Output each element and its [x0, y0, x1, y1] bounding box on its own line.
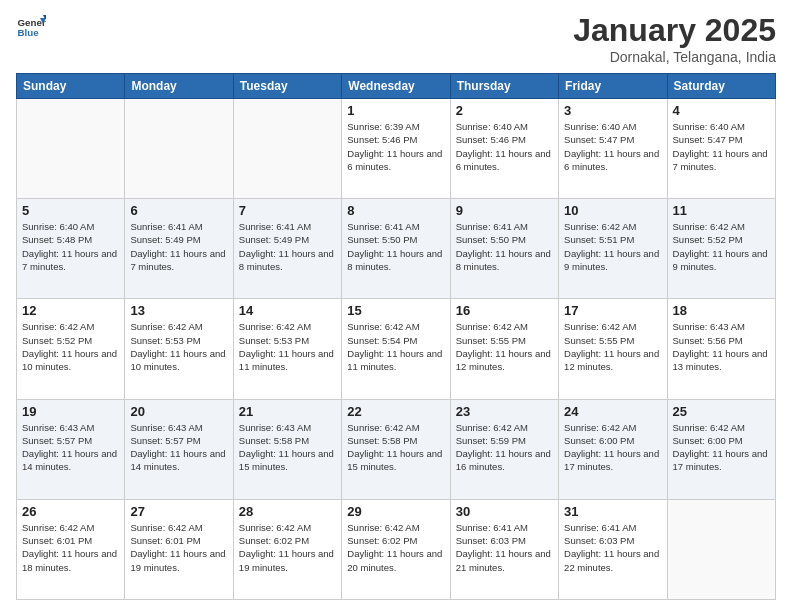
day-cell: 19Sunrise: 6:43 AM Sunset: 5:57 PM Dayli…	[17, 399, 125, 499]
calendar-header-row: Sunday Monday Tuesday Wednesday Thursday…	[17, 74, 776, 99]
day-info: Sunrise: 6:41 AM Sunset: 5:50 PM Dayligh…	[456, 220, 553, 273]
day-cell: 29Sunrise: 6:42 AM Sunset: 6:02 PM Dayli…	[342, 499, 450, 599]
day-cell	[667, 499, 775, 599]
day-info: Sunrise: 6:42 AM Sunset: 6:01 PM Dayligh…	[22, 521, 119, 574]
day-number: 2	[456, 103, 553, 118]
logo-icon: General Blue	[16, 12, 46, 42]
day-info: Sunrise: 6:43 AM Sunset: 5:57 PM Dayligh…	[22, 421, 119, 474]
day-cell: 9Sunrise: 6:41 AM Sunset: 5:50 PM Daylig…	[450, 199, 558, 299]
day-cell: 15Sunrise: 6:42 AM Sunset: 5:54 PM Dayli…	[342, 299, 450, 399]
day-cell: 16Sunrise: 6:42 AM Sunset: 5:55 PM Dayli…	[450, 299, 558, 399]
header: General Blue January 2025 Dornakal, Tela…	[16, 12, 776, 65]
day-cell: 26Sunrise: 6:42 AM Sunset: 6:01 PM Dayli…	[17, 499, 125, 599]
day-number: 16	[456, 303, 553, 318]
day-info: Sunrise: 6:42 AM Sunset: 5:55 PM Dayligh…	[564, 320, 661, 373]
day-info: Sunrise: 6:40 AM Sunset: 5:46 PM Dayligh…	[456, 120, 553, 173]
day-number: 30	[456, 504, 553, 519]
day-info: Sunrise: 6:42 AM Sunset: 5:53 PM Dayligh…	[130, 320, 227, 373]
day-number: 29	[347, 504, 444, 519]
day-number: 7	[239, 203, 336, 218]
week-row-0: 1Sunrise: 6:39 AM Sunset: 5:46 PM Daylig…	[17, 99, 776, 199]
week-row-4: 26Sunrise: 6:42 AM Sunset: 6:01 PM Dayli…	[17, 499, 776, 599]
day-cell	[17, 99, 125, 199]
day-number: 23	[456, 404, 553, 419]
day-number: 12	[22, 303, 119, 318]
header-wednesday: Wednesday	[342, 74, 450, 99]
day-info: Sunrise: 6:41 AM Sunset: 6:03 PM Dayligh…	[456, 521, 553, 574]
day-cell: 24Sunrise: 6:42 AM Sunset: 6:00 PM Dayli…	[559, 399, 667, 499]
day-cell	[233, 99, 341, 199]
day-info: Sunrise: 6:42 AM Sunset: 5:55 PM Dayligh…	[456, 320, 553, 373]
day-number: 4	[673, 103, 770, 118]
day-number: 11	[673, 203, 770, 218]
month-title: January 2025	[573, 12, 776, 49]
day-info: Sunrise: 6:42 AM Sunset: 5:58 PM Dayligh…	[347, 421, 444, 474]
day-info: Sunrise: 6:42 AM Sunset: 6:00 PM Dayligh…	[673, 421, 770, 474]
day-info: Sunrise: 6:42 AM Sunset: 5:59 PM Dayligh…	[456, 421, 553, 474]
day-number: 26	[22, 504, 119, 519]
day-number: 1	[347, 103, 444, 118]
day-cell	[125, 99, 233, 199]
day-cell: 3Sunrise: 6:40 AM Sunset: 5:47 PM Daylig…	[559, 99, 667, 199]
day-info: Sunrise: 6:40 AM Sunset: 5:47 PM Dayligh…	[564, 120, 661, 173]
day-number: 25	[673, 404, 770, 419]
day-number: 28	[239, 504, 336, 519]
day-number: 10	[564, 203, 661, 218]
day-number: 24	[564, 404, 661, 419]
day-info: Sunrise: 6:42 AM Sunset: 5:52 PM Dayligh…	[673, 220, 770, 273]
day-info: Sunrise: 6:39 AM Sunset: 5:46 PM Dayligh…	[347, 120, 444, 173]
day-number: 9	[456, 203, 553, 218]
day-cell: 22Sunrise: 6:42 AM Sunset: 5:58 PM Dayli…	[342, 399, 450, 499]
day-cell: 30Sunrise: 6:41 AM Sunset: 6:03 PM Dayli…	[450, 499, 558, 599]
day-cell: 27Sunrise: 6:42 AM Sunset: 6:01 PM Dayli…	[125, 499, 233, 599]
day-info: Sunrise: 6:42 AM Sunset: 6:02 PM Dayligh…	[239, 521, 336, 574]
day-info: Sunrise: 6:41 AM Sunset: 6:03 PM Dayligh…	[564, 521, 661, 574]
header-friday: Friday	[559, 74, 667, 99]
header-monday: Monday	[125, 74, 233, 99]
day-cell: 11Sunrise: 6:42 AM Sunset: 5:52 PM Dayli…	[667, 199, 775, 299]
week-row-1: 5Sunrise: 6:40 AM Sunset: 5:48 PM Daylig…	[17, 199, 776, 299]
day-number: 8	[347, 203, 444, 218]
day-number: 20	[130, 404, 227, 419]
logo: General Blue	[16, 12, 46, 42]
header-tuesday: Tuesday	[233, 74, 341, 99]
day-number: 17	[564, 303, 661, 318]
day-number: 3	[564, 103, 661, 118]
day-number: 31	[564, 504, 661, 519]
location-title: Dornakal, Telangana, India	[573, 49, 776, 65]
header-saturday: Saturday	[667, 74, 775, 99]
day-cell: 1Sunrise: 6:39 AM Sunset: 5:46 PM Daylig…	[342, 99, 450, 199]
day-cell: 28Sunrise: 6:42 AM Sunset: 6:02 PM Dayli…	[233, 499, 341, 599]
calendar-table: Sunday Monday Tuesday Wednesday Thursday…	[16, 73, 776, 600]
day-number: 13	[130, 303, 227, 318]
day-number: 6	[130, 203, 227, 218]
day-number: 21	[239, 404, 336, 419]
day-cell: 31Sunrise: 6:41 AM Sunset: 6:03 PM Dayli…	[559, 499, 667, 599]
header-sunday: Sunday	[17, 74, 125, 99]
day-info: Sunrise: 6:42 AM Sunset: 6:01 PM Dayligh…	[130, 521, 227, 574]
day-number: 19	[22, 404, 119, 419]
day-number: 27	[130, 504, 227, 519]
day-number: 18	[673, 303, 770, 318]
day-cell: 5Sunrise: 6:40 AM Sunset: 5:48 PM Daylig…	[17, 199, 125, 299]
day-info: Sunrise: 6:42 AM Sunset: 5:51 PM Dayligh…	[564, 220, 661, 273]
day-number: 14	[239, 303, 336, 318]
day-info: Sunrise: 6:43 AM Sunset: 5:58 PM Dayligh…	[239, 421, 336, 474]
day-number: 22	[347, 404, 444, 419]
day-cell: 6Sunrise: 6:41 AM Sunset: 5:49 PM Daylig…	[125, 199, 233, 299]
header-thursday: Thursday	[450, 74, 558, 99]
day-cell: 2Sunrise: 6:40 AM Sunset: 5:46 PM Daylig…	[450, 99, 558, 199]
day-info: Sunrise: 6:42 AM Sunset: 5:52 PM Dayligh…	[22, 320, 119, 373]
day-info: Sunrise: 6:41 AM Sunset: 5:50 PM Dayligh…	[347, 220, 444, 273]
day-info: Sunrise: 6:43 AM Sunset: 5:57 PM Dayligh…	[130, 421, 227, 474]
page: General Blue January 2025 Dornakal, Tela…	[0, 0, 792, 612]
day-cell: 17Sunrise: 6:42 AM Sunset: 5:55 PM Dayli…	[559, 299, 667, 399]
day-cell: 20Sunrise: 6:43 AM Sunset: 5:57 PM Dayli…	[125, 399, 233, 499]
day-cell: 7Sunrise: 6:41 AM Sunset: 5:49 PM Daylig…	[233, 199, 341, 299]
day-cell: 23Sunrise: 6:42 AM Sunset: 5:59 PM Dayli…	[450, 399, 558, 499]
day-cell: 14Sunrise: 6:42 AM Sunset: 5:53 PM Dayli…	[233, 299, 341, 399]
day-info: Sunrise: 6:43 AM Sunset: 5:56 PM Dayligh…	[673, 320, 770, 373]
week-row-2: 12Sunrise: 6:42 AM Sunset: 5:52 PM Dayli…	[17, 299, 776, 399]
day-cell: 13Sunrise: 6:42 AM Sunset: 5:53 PM Dayli…	[125, 299, 233, 399]
title-block: January 2025 Dornakal, Telangana, India	[573, 12, 776, 65]
